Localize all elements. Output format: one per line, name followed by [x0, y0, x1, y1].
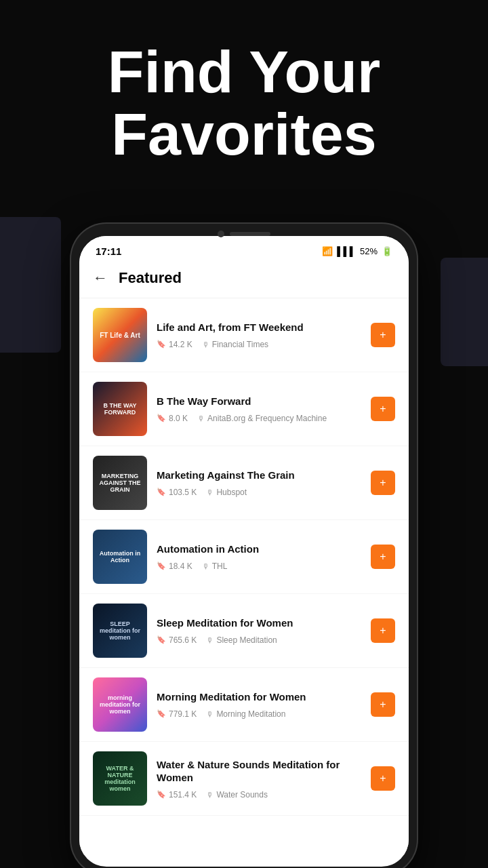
thumbnail-image: B THE WAY FORWARD — [93, 382, 147, 436]
mic-icon: 🎙 — [206, 791, 214, 799]
podcast-info: Marketing Against The Grain 🔖 103.5 K 🎙 … — [157, 469, 361, 497]
add-bookmark-button[interactable]: + — [371, 471, 395, 495]
podcast-title: Life and Art, from FT Weekend — [157, 321, 361, 334]
bookmark-icon: 🔖 — [157, 635, 166, 644]
speaker-bar — [230, 232, 270, 236]
subscriber-number: 8.0 K — [169, 414, 188, 423]
podcast-thumbnail: Automation in Action — [93, 530, 147, 584]
publisher-info: 🎙 Water Sounds — [206, 790, 268, 800]
publisher-info: 🎙 Sleep Meditation — [206, 635, 277, 645]
phone-frame: 17:11 📶 ▌▌▌ 52% 🔋 ← Featured FT Life & A… — [71, 224, 417, 868]
thumbnail-image: FT Life & Art — [93, 308, 147, 362]
podcast-meta: 🔖 8.0 K 🎙 AnitaB.org & Frequency Machine — [157, 414, 361, 423]
podcast-meta: 🔖 151.4 K 🎙 Water Sounds — [157, 790, 361, 800]
page-title: Featured — [119, 269, 182, 287]
publisher-name: Financial Times — [212, 340, 268, 349]
bookmark-icon: 🔖 — [157, 488, 166, 496]
podcast-thumbnail: FT Life & Art — [93, 308, 147, 362]
subscriber-number: 151.4 K — [169, 790, 197, 800]
publisher-name: AnitaB.org & Frequency Machine — [207, 414, 327, 423]
wifi-icon: 📶 — [322, 246, 333, 256]
back-button[interactable]: ← — [93, 269, 108, 287]
list-item[interactable]: FT Life & Art Life and Art, from FT Week… — [79, 298, 409, 372]
publisher-name: Morning Meditation — [216, 709, 285, 719]
podcast-title: B The Way Forward — [157, 395, 361, 408]
camera-dot — [218, 231, 224, 237]
subscriber-number: 765.6 K — [169, 635, 197, 645]
bookmark-icon: 🔖 — [157, 414, 166, 422]
podcast-meta: 🔖 18.4 K 🎙 THL — [157, 561, 361, 571]
battery-label: 52% — [360, 246, 378, 256]
list-item[interactable]: Automation in Action Automation in Actio… — [79, 520, 409, 594]
podcast-title: Water & Nature Sounds Meditation for Wom… — [157, 758, 361, 785]
mic-icon: 🎙 — [206, 710, 214, 718]
podcast-info: Sleep Meditation for Women 🔖 765.6 K 🎙 S… — [157, 616, 361, 645]
podcast-info: Life and Art, from FT Weekend 🔖 14.2 K 🎙… — [157, 321, 361, 349]
mic-icon: 🎙 — [206, 488, 214, 496]
podcast-title: Morning Meditation for Women — [157, 690, 361, 704]
app-header: ← Featured — [79, 262, 409, 298]
publisher-name: Hubspot — [216, 488, 247, 497]
podcast-thumbnail: MARKETING AGAINST THE GRAIN — [93, 456, 147, 510]
mic-icon: 🎙 — [202, 340, 209, 349]
podcast-info: B The Way Forward 🔖 8.0 K 🎙 AnitaB.org &… — [157, 395, 361, 423]
podcast-title: Marketing Against The Grain — [157, 469, 361, 482]
podcast-info: Automation in Action 🔖 18.4 K 🎙 THL — [157, 542, 361, 571]
status-time: 17:11 — [96, 245, 121, 257]
podcast-title: Sleep Meditation for Women — [157, 616, 361, 630]
publisher-name: Water Sounds — [216, 790, 268, 800]
subscriber-count: 🔖 765.6 K — [157, 635, 197, 645]
publisher-info: 🎙 Morning Meditation — [206, 709, 285, 719]
add-bookmark-button[interactable]: + — [371, 545, 395, 569]
podcast-thumbnail: morning meditation for women — [93, 677, 147, 732]
subscriber-number: 779.1 K — [169, 709, 197, 719]
add-bookmark-button[interactable]: + — [371, 766, 395, 791]
subscriber-count: 🔖 18.4 K — [157, 561, 192, 571]
subscriber-count: 🔖 8.0 K — [157, 414, 188, 423]
signal-icon: ▌▌▌ — [337, 246, 356, 256]
bookmark-icon: 🔖 — [157, 340, 166, 349]
bookmark-icon: 🔖 — [157, 561, 166, 570]
publisher-info: 🎙 AnitaB.org & Frequency Machine — [197, 414, 327, 423]
podcast-thumbnail: WATER & NATURE meditation women — [93, 751, 147, 806]
thumbnail-image: MARKETING AGAINST THE GRAIN — [93, 456, 147, 510]
podcast-thumbnail: B THE WAY FORWARD — [93, 382, 147, 436]
podcast-thumbnail: SLEEP meditation for women — [93, 604, 147, 658]
mic-icon: 🎙 — [197, 414, 205, 422]
mic-icon: 🎙 — [206, 636, 214, 644]
add-bookmark-button[interactable]: + — [371, 323, 395, 347]
thumbnail-image: SLEEP meditation for women — [93, 604, 147, 658]
list-item[interactable]: B THE WAY FORWARD B The Way Forward 🔖 8.… — [79, 372, 409, 446]
subscriber-count: 🔖 14.2 K — [157, 340, 192, 349]
podcast-info: Water & Nature Sounds Meditation for Wom… — [157, 758, 361, 800]
list-item[interactable]: WATER & NATURE meditation women Water & … — [79, 742, 409, 816]
hero-text: Find Your Favorites — [75, 41, 413, 166]
add-bookmark-button[interactable]: + — [371, 692, 395, 717]
podcast-meta: 🔖 14.2 K 🎙 Financial Times — [157, 340, 361, 349]
subscriber-number: 14.2 K — [169, 340, 192, 349]
podcast-info: Morning Meditation for Women 🔖 779.1 K 🎙… — [157, 690, 361, 719]
subscriber-count: 🔖 103.5 K — [157, 488, 197, 497]
thumbnail-image: morning meditation for women — [93, 677, 147, 732]
add-bookmark-button[interactable]: + — [371, 397, 395, 421]
bg-deco-right — [441, 258, 488, 366]
status-icons: 📶 ▌▌▌ 52% 🔋 — [322, 246, 392, 256]
battery-icon: 🔋 — [382, 246, 392, 256]
publisher-name: Sleep Meditation — [216, 635, 277, 645]
podcast-list[interactable]: FT Life & Art Life and Art, from FT Week… — [79, 298, 409, 854]
add-bookmark-button[interactable]: + — [371, 618, 395, 643]
phone-notch — [218, 231, 270, 237]
phone-screen: 17:11 📶 ▌▌▌ 52% 🔋 ← Featured FT Life & A… — [79, 236, 409, 867]
podcast-meta: 🔖 103.5 K 🎙 Hubspot — [157, 488, 361, 497]
list-item[interactable]: SLEEP meditation for women Sleep Meditat… — [79, 594, 409, 668]
status-bar: 17:11 📶 ▌▌▌ 52% 🔋 — [79, 236, 409, 262]
list-item[interactable]: morning meditation for women Morning Med… — [79, 668, 409, 742]
podcast-meta: 🔖 779.1 K 🎙 Morning Meditation — [157, 709, 361, 719]
bookmark-icon: 🔖 — [157, 790, 166, 799]
subscriber-count: 🔖 151.4 K — [157, 790, 197, 800]
podcast-meta: 🔖 765.6 K 🎙 Sleep Meditation — [157, 635, 361, 645]
publisher-info: 🎙 Financial Times — [202, 340, 268, 349]
list-item[interactable]: MARKETING AGAINST THE GRAIN Marketing Ag… — [79, 446, 409, 520]
bg-deco-left — [0, 217, 61, 353]
publisher-info: 🎙 THL — [202, 561, 228, 571]
